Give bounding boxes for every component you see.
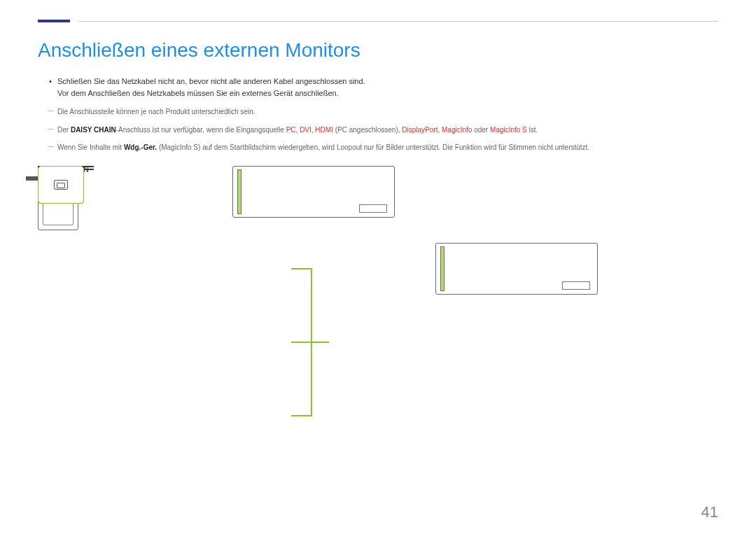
chain-line-dp <box>291 268 312 269</box>
chain-line-out <box>311 342 329 343</box>
note-3: Wenn Sie Inhalte mit Wdg.-Ger. (MagicInf… <box>49 142 718 153</box>
horizontal-rule <box>78 21 718 22</box>
page-number: 41 <box>701 503 718 521</box>
bullet-1: Schließen Sie das Netzkabel nicht an, be… <box>49 76 718 99</box>
accent-bar <box>38 20 70 22</box>
note-2: Der DAISY CHAIN-Anschluss ist nur verfüg… <box>49 125 718 136</box>
note-1: Die Anschlussteile können je nach Produk… <box>49 106 718 118</box>
monitor-primary-icon <box>232 166 395 218</box>
page-title: Anschließen eines externen Monitors <box>38 39 718 62</box>
chain-line-hdmi <box>291 415 312 416</box>
monitor-secondary-icon <box>435 243 598 295</box>
monitor2-dp-in-port <box>38 166 84 204</box>
connection-diagram: DP IN DVI/RGB/ MAGICINFO IN HDMI IN DAIS… <box>38 166 718 460</box>
top-rule <box>38 20 718 22</box>
bullet-1-line2: Vor dem Anschließen des Netzkabels müsse… <box>57 89 339 97</box>
body-text: Schließen Sie das Netzkabel nicht an, be… <box>49 76 718 153</box>
chain-line-dvi <box>291 342 312 343</box>
bullet-1-line1: Schließen Sie das Netzkabel nicht an, be… <box>57 77 365 85</box>
